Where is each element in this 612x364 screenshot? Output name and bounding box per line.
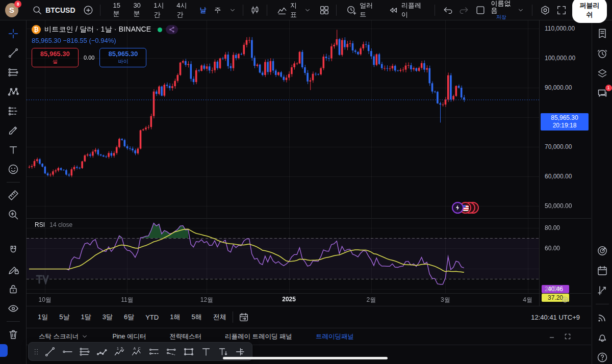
wave15-tool-icon[interactable]: 15	[111, 344, 128, 359]
indicators-button[interactable]: 지표	[273, 0, 315, 21]
range-button[interactable]: 1해	[166, 310, 184, 324]
clock-timezone-button[interactable]: 12:40:41 UTC+9	[531, 314, 580, 321]
range-button[interactable]: 3달	[98, 310, 117, 324]
fib-tool-icon[interactable]	[76, 344, 93, 359]
share-icon[interactable]	[166, 25, 178, 34]
draghandle-tool-icon[interactable]	[32, 344, 41, 359]
timeframe-group: 15분30분1시간4시간날주	[109, 0, 224, 21]
bell-tool-icon[interactable]	[594, 331, 611, 344]
timeframe-button[interactable]: 날	[196, 4, 210, 17]
crypto-event-icon[interactable]	[452, 202, 464, 214]
trash-tool-icon[interactable]	[5, 328, 22, 341]
time-axis[interactable]: 10월11월12월20252월3월4월	[27, 294, 539, 306]
search-icon	[32, 5, 43, 16]
xabcd-tool-icon[interactable]	[5, 85, 22, 98]
textT-tool-icon[interactable]	[5, 143, 22, 157]
save-label: 저장	[496, 14, 506, 20]
chevron-down-icon[interactable]	[517, 6, 525, 14]
layout-select-button[interactable]	[475, 5, 486, 16]
minimize-panel-icon[interactable]	[548, 332, 556, 341]
symbol-title[interactable]: 비트코인 / 달러 · 1날 · BINANCE	[44, 25, 151, 34]
textT-tool-icon[interactable]	[198, 344, 214, 359]
horizontal-scrollbar[interactable]	[223, 357, 388, 359]
maximize-panel-icon[interactable]	[564, 332, 572, 341]
price-tick-label: 60,000.00	[545, 173, 572, 180]
trend-tool-icon[interactable]	[42, 344, 58, 359]
timeframe-button[interactable]: 1시간	[150, 0, 172, 21]
compare-add-button[interactable]	[83, 5, 94, 16]
user-avatar[interactable]: S 8	[5, 3, 18, 17]
dashline1-tool-icon[interactable]	[146, 344, 162, 359]
candle-style-button[interactable]	[249, 5, 261, 16]
symbol-search[interactable]: BTCUSD	[29, 3, 78, 18]
layout-name-button[interactable]: 이름없음 저장	[491, 0, 512, 20]
broadcast-tool-icon[interactable]	[594, 311, 611, 324]
eye-tool-icon[interactable]	[5, 302, 22, 315]
forecast-tool-icon[interactable]	[5, 105, 22, 118]
time-tick-label: 11월	[121, 296, 133, 304]
range-button[interactable]: 5해	[187, 310, 206, 324]
redo-button[interactable]	[458, 5, 470, 16]
range-button[interactable]: 1일	[34, 310, 52, 324]
range-button[interactable]: 전체	[209, 310, 231, 324]
rsi-pane[interactable]	[27, 219, 539, 293]
fib-tool-icon[interactable]	[5, 66, 22, 79]
polyline-tool-icon[interactable]	[94, 344, 110, 359]
calendar-tool-icon[interactable]	[594, 264, 611, 277]
help-tool-icon[interactable]	[594, 351, 611, 364]
sell-button[interactable]: 85,965.30 셀	[32, 48, 79, 67]
separator	[596, 304, 609, 304]
range-button[interactable]: 6달	[120, 310, 138, 324]
chevron-down-icon[interactable]	[228, 6, 237, 14]
timeframe-button[interactable]: 30분	[130, 0, 149, 20]
indicator-templates-button[interactable]	[319, 5, 330, 16]
pane-divider[interactable]	[27, 218, 591, 219]
timeframe-button[interactable]: 15분	[109, 0, 129, 20]
price-axis[interactable]: 85,965.30 20:19:18 40.46 37.20 110,000.0…	[540, 20, 591, 306]
replay-button[interactable]: 리플레이	[385, 0, 428, 21]
layout-name: 이름없음	[491, 0, 512, 14]
editlock-tool-icon[interactable]	[5, 263, 22, 276]
timeframe-button[interactable]: 4시간	[173, 0, 195, 21]
price-change-readout: 85,965.30 −816.55 (−0.94%)	[32, 37, 178, 44]
alarmclock-tool-icon[interactable]	[594, 47, 611, 60]
layers-tool-icon[interactable]	[594, 67, 611, 80]
time-tick-label: 4월	[523, 296, 532, 304]
range-button[interactable]: 1달	[76, 310, 95, 324]
top-toolbar: S 8 BTCUSD 15분30분1시간4시간날주 지표 얼러트 리플레이	[0, 0, 612, 20]
ray-tool-icon[interactable]	[59, 344, 75, 359]
alert-clock-icon	[346, 5, 357, 16]
brush-tool-icon[interactable]	[5, 124, 22, 137]
separator	[267, 5, 267, 16]
publish-button[interactable]: 퍼블리쉬	[572, 0, 607, 23]
chat-tool-icon[interactable]: 1	[594, 87, 611, 100]
fullscreen-button[interactable]	[556, 5, 567, 16]
watchlist-tool-icon[interactable]	[594, 27, 611, 40]
crosshair-tool-icon[interactable]	[5, 27, 22, 40]
lock-tool-icon[interactable]	[5, 282, 22, 296]
dashline2-tool-icon[interactable]	[163, 344, 180, 359]
undo-button[interactable]	[442, 5, 453, 16]
settings-gear-button[interactable]	[540, 5, 551, 16]
indicators-label: 지표	[290, 1, 301, 19]
range-button[interactable]: 5날	[55, 310, 73, 324]
recttool-tool-icon[interactable]	[181, 344, 197, 359]
docked-tool-chip[interactable]	[0, 344, 8, 357]
patternac-tool-icon[interactable]: AC	[129, 344, 145, 359]
separator	[100, 5, 100, 16]
emoji-tool-icon[interactable]	[5, 163, 22, 176]
magnet-tool-icon[interactable]	[5, 244, 22, 257]
timeframe-button[interactable]: 주	[211, 4, 224, 17]
go-to-date-icon[interactable]	[238, 311, 249, 323]
range-button[interactable]: YTD	[141, 311, 163, 324]
radar-tool-icon[interactable]	[594, 244, 611, 257]
rsi-legend[interactable]: RSI 14 close	[35, 221, 72, 228]
tab-트레이딩패널[interactable]: 트레이딩패널	[311, 329, 359, 344]
zoomin-tool-icon[interactable]	[5, 208, 22, 221]
trend-tool-icon[interactable]	[5, 46, 22, 60]
axis-settings-gear-icon[interactable]	[561, 296, 569, 304]
panelchart-tool-icon[interactable]	[594, 284, 611, 297]
alert-button[interactable]: 얼러트	[343, 0, 380, 21]
ruler-tool-icon[interactable]	[5, 189, 22, 202]
buy-button[interactable]: 85,965.30 바이	[99, 48, 146, 67]
